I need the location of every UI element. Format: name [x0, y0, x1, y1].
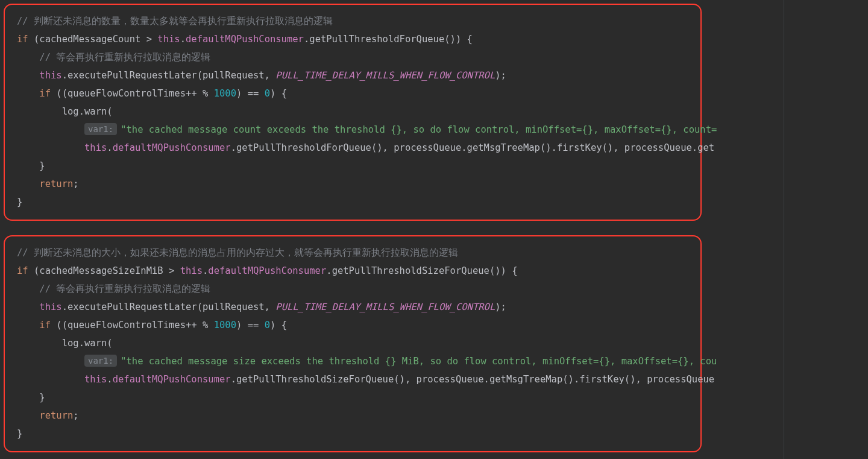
this-ref: this [180, 265, 203, 276]
code-text: (pullRequest, [197, 70, 276, 81]
code-text: (pullRequest, [197, 302, 276, 312]
number: 0 [265, 88, 270, 99]
identifier: queueFlowControlTimes [68, 320, 186, 331]
field: defaultMQPushConsumer [208, 265, 326, 276]
code-text: (cachedMessageCount > [28, 34, 158, 45]
comment: // 判断还未消息的大小，如果还未消息的消息占用的内存过大，就等会再执行重新执行… [17, 247, 458, 258]
comment: // 等会再执行重新执行拉取消息的逻辑 [39, 52, 210, 63]
dot: . [180, 34, 186, 45]
code-line: if ((queueFlowControlTimes++ % 1000) == … [17, 84, 688, 103]
editor-guide-line [784, 0, 784, 459]
code-box-1: // 判断还未消息的数量，数量太多就等会再执行重新执行拉取消息的逻辑 if (c… [4, 4, 702, 221]
code-line: return; [17, 407, 688, 425]
code-text: (( [51, 320, 68, 331]
code-box-2: // 判断还未消息的大小，如果还未消息的消息占用的内存过大，就等会再执行重新执行… [4, 235, 702, 452]
number: 1000 [214, 320, 236, 331]
inlay-hint: var1: [84, 355, 117, 367]
code-line: } [17, 388, 688, 407]
method: executePullRequestLater [68, 302, 197, 312]
keyword-if: if [39, 320, 51, 331]
code-line: if (cachedMessageSizeInMiB > this.defaul… [17, 262, 688, 280]
code-text: ) == [236, 320, 265, 331]
brace: } [39, 392, 45, 403]
brace: } [17, 428, 22, 439]
code-line: this.executePullRequestLater(pullRequest… [17, 66, 688, 84]
keyword-return: return [39, 410, 73, 421]
number: 0 [265, 320, 270, 331]
code-line: this.defaultMQPushConsumer.getPullThresh… [17, 139, 688, 157]
this-ref: this [39, 302, 61, 312]
dot: . [231, 142, 236, 153]
paren: ( [107, 338, 112, 349]
code-text: ) == [236, 88, 265, 99]
brace: } [17, 197, 22, 207]
brace: } [39, 160, 45, 171]
dot: . [79, 338, 84, 349]
string: "the cached message size exceeds the thr… [121, 356, 717, 367]
dot: . [107, 142, 112, 153]
dot: . [62, 70, 68, 81]
keyword-if: if [17, 34, 28, 45]
semicolon: ; [73, 179, 78, 189]
constant: PULL_TIME_DELAY_MILLS_WHEN_FLOW_CONTROL [275, 302, 495, 312]
code-line: if (cachedMessageCount > this.defaultMQP… [17, 30, 688, 48]
comment: // 判断还未消息的数量，数量太多就等会再执行重新执行拉取消息的逻辑 [17, 16, 333, 27]
code-editor[interactable]: // 判断还未消息的数量，数量太多就等会再执行重新执行拉取消息的逻辑 if (c… [0, 0, 868, 459]
dot: . [231, 374, 236, 385]
code-text: ()) { [444, 34, 473, 45]
method: warn [84, 338, 107, 349]
code-line: // 等会再执行重新执行拉取消息的逻辑 [17, 48, 688, 66]
code-line: } [17, 193, 688, 211]
dot: . [326, 265, 332, 276]
code-line: this.defaultMQPushConsumer.getPullThresh… [17, 370, 688, 388]
string: "the cached message count exceeds the th… [121, 124, 717, 135]
keyword-return: return [39, 179, 73, 189]
identifier: log [62, 106, 79, 117]
field: defaultMQPushConsumer [186, 34, 304, 45]
code-line: // 判断还未消息的数量，数量太多就等会再执行重新执行拉取消息的逻辑 [17, 12, 688, 30]
code-text: ); [495, 70, 506, 81]
method: executePullRequestLater [68, 70, 197, 81]
dot: . [203, 265, 208, 276]
code-line: var1:"the cached message size exceeds th… [17, 352, 688, 370]
code-text: (cachedMessageSizeInMiB > [28, 265, 180, 276]
code-text: ++ % [186, 88, 214, 99]
code-text: (), processQueue.getMsgTreeMap().firstKe… [394, 374, 714, 385]
method: getPullThresholdForQueue [309, 34, 444, 45]
method: getPullThresholdSizeForQueue [332, 265, 489, 276]
this-ref: this [84, 142, 107, 153]
identifier: queueFlowControlTimes [68, 88, 186, 99]
comment: // 等会再执行重新执行拉取消息的逻辑 [39, 283, 210, 294]
dot: . [79, 106, 84, 117]
method: getPullThresholdForQueue [236, 142, 371, 153]
this-ref: this [157, 34, 180, 45]
code-line: // 等会再执行重新执行拉取消息的逻辑 [17, 280, 688, 298]
keyword-if: if [17, 265, 28, 276]
code-text: ); [495, 302, 506, 312]
code-line: var1:"the cached message count exceeds t… [17, 121, 688, 139]
constant: PULL_TIME_DELAY_MILLS_WHEN_FLOW_CONTROL [275, 70, 495, 81]
this-ref: this [39, 70, 61, 81]
field: defaultMQPushConsumer [113, 142, 231, 153]
code-line: log.warn( [17, 103, 688, 121]
code-line: log.warn( [17, 334, 688, 352]
inlay-hint: var1: [84, 123, 117, 135]
this-ref: this [84, 374, 107, 385]
code-text: ) { [270, 88, 287, 99]
code-line: if ((queueFlowControlTimes++ % 1000) == … [17, 316, 688, 334]
dot: . [304, 34, 309, 45]
code-line: } [17, 157, 688, 175]
identifier: log [62, 338, 79, 349]
code-text: (), processQueue.getMsgTreeMap().firstKe… [371, 142, 714, 153]
code-text: (( [51, 88, 68, 99]
dot: . [62, 302, 68, 312]
number: 1000 [214, 88, 236, 99]
code-line: } [17, 425, 688, 443]
code-line: return; [17, 175, 688, 193]
code-line: this.executePullRequestLater(pullRequest… [17, 298, 688, 316]
dot: . [107, 374, 112, 385]
code-text: ()) { [489, 265, 518, 276]
paren: ( [107, 106, 112, 117]
code-text: ) { [270, 320, 287, 331]
keyword-if: if [39, 88, 51, 99]
